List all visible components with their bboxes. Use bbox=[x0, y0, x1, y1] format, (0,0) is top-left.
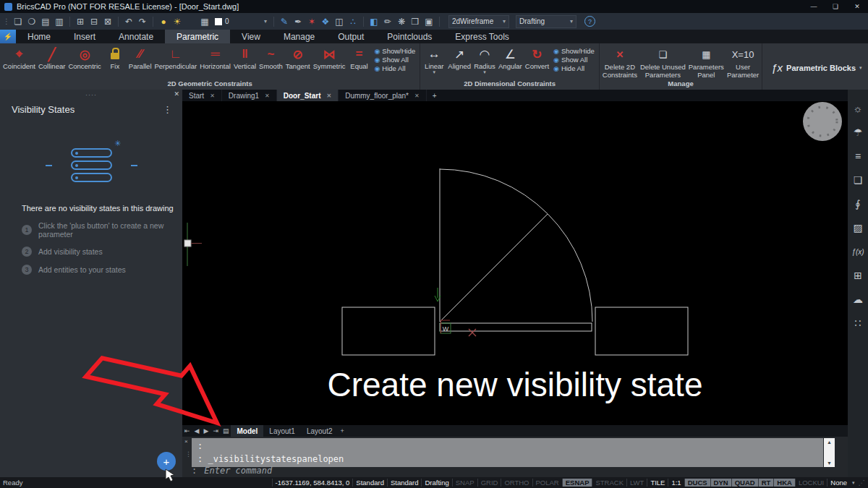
xray-icon[interactable]: ◫ bbox=[333, 15, 345, 27]
layer-on-lightbulb-icon[interactable]: ● bbox=[158, 15, 169, 27]
current-workspace[interactable]: Drafting bbox=[421, 479, 451, 487]
lockui-toggle[interactable]: LOCKUI bbox=[795, 479, 827, 487]
group-icon[interactable]: ∴ bbox=[347, 15, 359, 27]
hide-all-geometric-button[interactable]: ◉ Hide All bbox=[375, 64, 416, 72]
explode-icon[interactable]: ✶ bbox=[306, 15, 318, 27]
drawing-canvas[interactable]: W bbox=[182, 101, 848, 425]
ducs-toggle[interactable]: DUCS bbox=[684, 479, 710, 487]
aligned-button[interactable]: ↗ Aligned bbox=[446, 46, 472, 74]
panel-close-icon[interactable]: ✕ bbox=[174, 90, 179, 98]
navigation-compass[interactable] bbox=[803, 102, 842, 141]
fix-button[interactable]: Fix bbox=[103, 46, 127, 70]
user-parameter-button[interactable]: X=10 User Parameter bbox=[726, 46, 760, 79]
parametric-blocks-button[interactable]: ƒx Parametric Blocks ▾ bbox=[764, 61, 868, 74]
tangent-button[interactable]: ⊘ Tangent bbox=[284, 46, 312, 70]
rt-toggle[interactable]: RT bbox=[758, 479, 774, 487]
ribbon-tab[interactable]: Insert bbox=[62, 30, 107, 43]
symmetric-button[interactable]: ⋈ Symmetric bbox=[312, 46, 347, 70]
parallel-button[interactable]: ∕∕ Parallel bbox=[127, 46, 153, 70]
last-sheet-icon[interactable]: ⇥ bbox=[210, 425, 221, 437]
visual-style-select[interactable]: 2dWireframe ▾ bbox=[448, 15, 509, 28]
quad-toggle[interactable]: QUAD bbox=[731, 479, 758, 487]
layer-thaw-sun-icon[interactable]: ☀ bbox=[171, 15, 183, 27]
document-tab[interactable]: Dummy_floor_plan* ✕ bbox=[339, 90, 427, 101]
lwt-toggle[interactable]: LWT bbox=[626, 479, 647, 487]
dyn-toggle[interactable]: DYN bbox=[710, 479, 731, 487]
layout-tab[interactable]: Model bbox=[231, 425, 263, 437]
save-as-icon[interactable]: ▥ bbox=[54, 15, 65, 27]
ribbon-tab[interactable]: Output bbox=[326, 30, 375, 43]
ribbon-tab[interactable]: Home bbox=[16, 30, 62, 43]
show-all-dimensional-button[interactable]: ◉ Show All bbox=[553, 56, 595, 64]
strack-toggle[interactable]: STRACK bbox=[592, 479, 626, 487]
show-all-geometric-button[interactable]: ◉ Show All bbox=[375, 56, 416, 64]
minimize-button[interactable]: — bbox=[803, 0, 825, 13]
components-grid-icon[interactable]: ∷ bbox=[851, 316, 865, 330]
close-tab-icon[interactable]: ✕ bbox=[414, 93, 420, 99]
open-icon[interactable]: ❍ bbox=[26, 15, 38, 27]
tablet-none[interactable]: None bbox=[827, 479, 850, 487]
current-textstyle[interactable]: Standard bbox=[387, 479, 422, 487]
new-document-tab-button[interactable]: + bbox=[427, 90, 443, 101]
close-tab-icon[interactable]: ✕ bbox=[326, 93, 331, 99]
new-layout-button[interactable]: + bbox=[339, 425, 346, 437]
hka-toggle[interactable]: HKA bbox=[773, 479, 795, 487]
plot-icon[interactable]: ⊞ bbox=[75, 15, 86, 27]
esnap-toggle[interactable]: ESNAP bbox=[562, 479, 592, 487]
polar-toggle[interactable]: POLAR bbox=[532, 479, 562, 487]
tile-toggle[interactable]: TILE bbox=[647, 479, 668, 487]
command-panel-grip[interactable]: ⋮ bbox=[185, 453, 192, 456]
smooth-button[interactable]: ~ Smooth bbox=[258, 46, 284, 70]
hide-all-dimensional-button[interactable]: ◉ Hide All bbox=[553, 64, 595, 72]
new-file-icon[interactable]: ❏ bbox=[12, 15, 24, 27]
paperclip-attachments-icon[interactable]: ∮ bbox=[851, 197, 865, 211]
coordinates-display[interactable]: -1637.1169, 584.8413, 0 bbox=[272, 479, 353, 487]
lightbulb-icon[interactable]: ☼ bbox=[851, 101, 865, 116]
settings-sliders-icon[interactable]: ≡ bbox=[851, 149, 865, 163]
angular-button[interactable]: ∠ Angular bbox=[497, 46, 524, 74]
scroll-up-icon[interactable]: ▲ bbox=[827, 438, 832, 446]
show-hide-geometric-button[interactable]: ◉ Show/Hide bbox=[375, 47, 416, 55]
structure-tree-icon[interactable]: ⊞ bbox=[851, 268, 865, 283]
horizontal-button[interactable]: ═ Horizontal bbox=[198, 46, 232, 70]
undo-icon[interactable]: ↶ bbox=[123, 15, 135, 27]
grid-toggle[interactable]: GRID bbox=[477, 479, 501, 487]
command-scrollbar[interactable]: ▲ ▼ bbox=[824, 438, 835, 467]
collinear-button[interactable]: ╱ Collinear bbox=[37, 46, 67, 70]
command-panel-close-icon[interactable]: × bbox=[184, 438, 188, 445]
create-parameter-plus-button[interactable]: + bbox=[157, 452, 176, 471]
entity-snap-icon[interactable]: ❖ bbox=[320, 15, 331, 27]
document-tab[interactable]: Start ✕ bbox=[182, 90, 222, 101]
publish-icon[interactable]: ⊟ bbox=[88, 15, 100, 27]
concentric-button[interactable]: ◎ Concentric bbox=[67, 46, 102, 70]
coincident-button[interactable]: ⌖ Coincident bbox=[1, 46, 37, 70]
ribbon-tab[interactable]: Annotate bbox=[107, 30, 165, 43]
paintbrush-icon[interactable]: ✎ bbox=[278, 15, 290, 27]
convert-button[interactable]: ↻ Convert bbox=[524, 46, 550, 74]
pencil-icon[interactable]: ✏ bbox=[382, 15, 393, 27]
annotation-scale[interactable]: 1:1 bbox=[668, 479, 684, 487]
parameters-fx-icon[interactable]: ƒ(x) bbox=[851, 244, 865, 259]
layout-tab[interactable]: Layout2 bbox=[301, 425, 339, 437]
help-icon[interactable]: ? bbox=[584, 16, 595, 27]
snap-toggle[interactable]: SNAP bbox=[452, 479, 477, 487]
redo-icon[interactable]: ↷ bbox=[137, 15, 148, 27]
delete-2d-constraints-button[interactable]: ✕ Delete 2D Constraints bbox=[601, 46, 639, 79]
layers-icon[interactable]: ❏ bbox=[851, 173, 865, 187]
scroll-down-icon[interactable]: ▼ bbox=[827, 459, 832, 467]
linear-button[interactable]: ↔ Linear ▾ bbox=[422, 46, 446, 74]
ribbon-tab[interactable]: Parametric bbox=[165, 30, 230, 43]
hatch-icon[interactable]: ▨ bbox=[851, 221, 865, 235]
layer-plot-printer-icon[interactable]: ▦ bbox=[199, 15, 210, 27]
panel-menu-kebab-icon[interactable]: ⋮ bbox=[163, 104, 172, 115]
panel-icon[interactable]: ◧ bbox=[368, 15, 380, 27]
current-dimstyle[interactable]: Standard bbox=[352, 479, 387, 487]
perpendicular-button[interactable]: ∟ Perpendicular bbox=[153, 46, 199, 70]
layout-tab[interactable]: Layout1 bbox=[263, 425, 301, 437]
panel-grip[interactable]: ···· bbox=[85, 93, 97, 97]
show-hide-dimensional-button[interactable]: ◉ Show/Hide bbox=[553, 47, 595, 55]
ribbon-tab[interactable]: Express Tools bbox=[443, 30, 520, 43]
match-properties-pen-icon[interactable]: ✒ bbox=[292, 15, 304, 27]
document-tab[interactable]: Door_Start ✕ bbox=[277, 90, 339, 101]
layer-lock-icon[interactable] bbox=[185, 15, 197, 27]
